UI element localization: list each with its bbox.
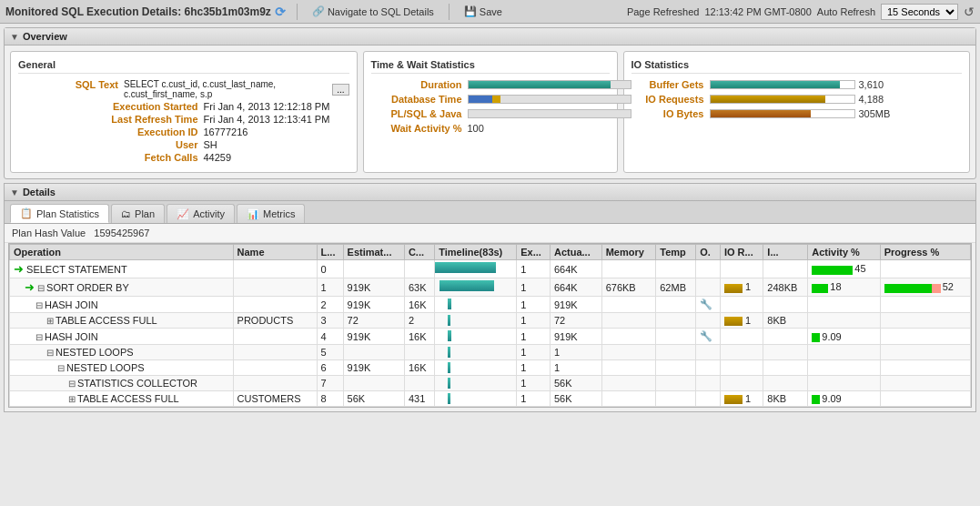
time-wait-title: Time & Wait Statistics [371,59,610,74]
details-body: 📋 Plan Statistics 🗂 Plan 📈 Activity 📊 Me… [4,201,976,412]
tab-plan[interactable]: 🗂 Plan [111,204,165,223]
user-value: SH [204,139,349,150]
refresh-icon[interactable]: ↺ [964,5,975,19]
operation-cell: ⊟HASH JOIN [10,329,234,345]
name-cell [233,345,317,360]
expand-icon[interactable]: ⊟ [46,348,54,358]
expand-icon[interactable]: ⊞ [46,316,54,326]
navigate-to-sql-details-button[interactable]: 🔗 Navigate to SQL Details [308,5,438,18]
expand-icon[interactable]: ⊟ [35,332,43,342]
expand-icon[interactable]: ⊞ [68,394,76,404]
overview-collapse-button[interactable]: ▼ [10,32,19,42]
activity-green-bar [812,266,853,275]
activity-tab-icon: 📈 [177,208,189,220]
col-ior: IO R... [720,245,763,260]
temp-cell [656,313,696,329]
operation-text: NESTED LOOPS [66,362,145,373]
level-cell: 1 [317,278,343,297]
io-requests-cell: 1 [720,278,763,297]
expand-icon[interactable]: ⊟ [35,300,43,310]
tab-activity[interactable]: 📈 Activity [167,204,235,223]
temp-cell: 62MB [656,278,696,297]
activity-value: 9.09 [822,393,841,404]
fetch-calls-row: Fetch Calls 44259 [18,152,349,163]
tab-metrics[interactable]: 📊 Metrics [237,204,305,223]
temp-cell [656,260,696,278]
ior-bar [724,317,743,326]
database-time-bar-fill [469,96,631,103]
level-cell: 0 [317,260,343,278]
level-cell: 2 [317,297,343,313]
activity-value: 45 [854,263,865,274]
memory-cell [601,360,656,376]
io-bytes-row: IO Bytes 305MB [631,108,963,119]
plan-table-wrap[interactable]: Operation Name L... Estimat... C... Time… [9,244,971,407]
db-time-gold-part [492,96,500,103]
io-bytes-cell [763,297,808,313]
duration-label: Duration [371,79,462,90]
timeline-cell [435,329,517,345]
buffer-gets-bar-wrap: 3,610 [710,79,904,90]
col-o: O. [696,245,721,260]
io-requests-bar [710,95,855,104]
progress-pct-cell [880,260,970,278]
activity-pct-cell: 18 [808,278,880,297]
io-bytes-cell [763,345,808,360]
name-cell [233,360,317,376]
name-cell [233,260,317,278]
parallel-cell [696,391,721,407]
io-bytes-cell: 8KB [763,391,808,407]
progress-value: 52 [943,281,954,292]
plan-table-container: Operation Name L... Estimat... C... Time… [8,243,972,408]
plan-hash-row: Plan Hash Value 1595425967 [5,224,975,243]
table-row: ➜ SELECT STATEMENT01664K45 [10,260,971,278]
plan-tab-label: Plan [135,208,155,219]
expand-icon[interactable]: ⊟ [57,363,65,373]
tab-plan-statistics[interactable]: 📋 Plan Statistics [10,204,109,223]
plan-statistics-tab-icon: 📋 [20,207,33,219]
plsql-java-label: PL/SQL & Java [371,108,462,119]
cost-cell: 16K [404,329,434,345]
memory-cell: 676KB [601,278,656,297]
actual-cell: 919K [550,329,601,345]
operation-text: HASH JOIN [45,299,98,310]
name-cell: CUSTOMERS [233,391,317,407]
level-cell: 4 [317,329,343,345]
refresh-interval-select[interactable]: 15 Seconds 30 Seconds 1 Minute 5 Minutes… [881,4,958,20]
execution-id-value: 16777216 [204,126,349,137]
timeline-cell [435,376,517,391]
actual-cell: 664K [550,278,601,297]
details-tabs: 📋 Plan Statistics 🗂 Plan 📈 Activity 📊 Me… [5,201,975,224]
expand-icon[interactable]: ⊟ [37,283,45,293]
timeline-cell [435,297,517,313]
save-label: Save [480,6,502,17]
io-bytes-cell: 248KB [763,278,808,297]
row-arrow: ➜ [14,262,24,276]
operation-cell: ⊟HASH JOIN [10,297,234,313]
auto-refresh-select[interactable]: 15 Seconds 30 Seconds 1 Minute 5 Minutes… [881,4,958,20]
cost-cell [404,345,434,360]
io-bytes-bar [710,109,855,118]
temp-cell [656,391,696,407]
timeline-cell [435,313,517,329]
duration-bar-fill [469,81,611,88]
actual-cell: 664K [550,260,601,278]
parallel-cell: 🔧 [696,297,721,313]
name-cell [233,376,317,391]
plsql-bar [468,109,631,118]
details-collapse-button[interactable]: ▼ [10,187,19,197]
actual-cell: 1 [550,345,601,360]
expand-icon[interactable]: ⊟ [68,379,76,389]
overview-section: ▼ Overview General SQL Text SELECT c.cus… [4,27,976,179]
parallel-cell [696,376,721,391]
save-button[interactable]: 💾 Save [460,5,506,18]
io-bytes-cell: 8KB [763,313,808,329]
timeline-bar [448,315,451,326]
io-requests-cell [720,297,763,313]
io-requests-value: 4,188 [859,94,904,105]
sql-text-expand-button[interactable]: ... [332,84,349,96]
general-card-title: General [18,59,349,74]
general-card: General SQL Text SELECT c.cust_id, c.cus… [10,51,358,173]
activity-tab-label: Activity [193,208,225,219]
executions-cell: 1 [517,391,551,407]
